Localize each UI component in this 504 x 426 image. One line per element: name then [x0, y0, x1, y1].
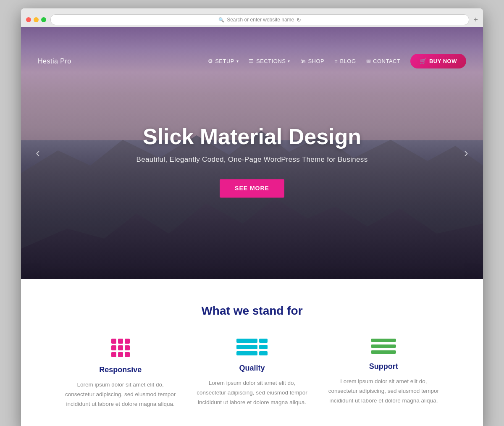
chevron-down-icon: ▾ — [236, 59, 239, 63]
feature-name-support: Support — [326, 362, 441, 371]
hero-subtitle: Beautiful, Elegantly Coded, One-Page Wor… — [67, 156, 437, 164]
feature-support: Support Lorem ipsum dolor sit amet elit … — [326, 339, 441, 409]
url-text: Search or enter website name — [227, 17, 294, 23]
feature-responsive: Responsive Lorem ipsum dolor sit amet el… — [63, 339, 178, 409]
lines-icon — [371, 339, 396, 354]
grid-icon — [111, 339, 130, 357]
features-section: What we stand for — [21, 279, 483, 426]
nav-label-contact: CONTACT — [373, 58, 400, 64]
nav-item-contact[interactable]: ✉ CONTACT — [366, 58, 401, 64]
address-bar[interactable]: 🔍 Search or enter website name ↻ — [50, 14, 469, 25]
nav-label-setup: SETUP — [215, 58, 234, 64]
nav-label-sections: SECTIONS — [256, 58, 286, 64]
nav-label-shop: SHOP — [308, 58, 324, 64]
new-tab-button[interactable]: + — [473, 16, 478, 24]
contact-icon: ✉ — [366, 58, 371, 64]
features-grid: Responsive Lorem ipsum dolor sit amet el… — [63, 339, 441, 409]
browser-dots — [26, 17, 46, 22]
maximize-dot[interactable] — [41, 17, 46, 22]
navbar: Hestia Pro ⚙ SETUP ▾ ☰ SECTIONS ▾ 🛍 SHOP — [21, 45, 483, 77]
hero-content: Slick Material Design Beautiful, Elegant… — [67, 125, 437, 197]
responsive-icon — [63, 339, 178, 357]
next-slide-button[interactable]: › — [458, 145, 475, 161]
nav-item-shop[interactable]: 🛍 SHOP — [300, 58, 324, 64]
feature-quality: Quality Lorem ipsum dolor sit amet elit … — [194, 339, 309, 409]
website-content: Hestia Pro ⚙ SETUP ▾ ☰ SECTIONS ▾ 🛍 SHOP — [21, 27, 483, 426]
table-icon — [236, 339, 268, 355]
cart-icon: 🛒 — [420, 58, 427, 64]
brand-logo[interactable]: Hestia Pro — [38, 58, 71, 65]
chevron-down-icon-2: ▾ — [288, 59, 290, 63]
feature-desc-responsive: Lorem ipsum dolor sit amet elit do, cons… — [63, 380, 178, 409]
nav-item-blog[interactable]: ≡ BLOG — [334, 58, 356, 64]
feature-desc-quality: Lorem ipsum dolor sit amet elit do, cons… — [194, 379, 309, 408]
nav-label-blog: BLOG — [340, 58, 356, 64]
buy-now-label: BUY NOW — [429, 58, 457, 64]
buy-now-button[interactable]: 🛒 BUY NOW — [410, 54, 466, 68]
nav-item-sections[interactable]: ☰ SECTIONS ▾ — [249, 58, 290, 64]
features-title: What we stand for — [38, 304, 466, 318]
browser-window: 🔍 Search or enter website name ↻ + Hesti… — [21, 8, 483, 426]
setup-icon: ⚙ — [208, 58, 213, 64]
sections-icon: ☰ — [249, 58, 254, 64]
browser-chrome: 🔍 Search or enter website name ↻ + — [21, 8, 483, 27]
see-more-button[interactable]: SEE MORE — [220, 179, 284, 198]
shop-icon: 🛍 — [300, 58, 306, 64]
minimize-dot[interactable] — [34, 17, 39, 22]
quality-icon — [194, 339, 309, 355]
support-icon — [326, 339, 441, 354]
nav-item-setup[interactable]: ⚙ SETUP ▾ — [208, 58, 239, 64]
hero-title: Slick Material Design — [67, 125, 437, 149]
nav-links: ⚙ SETUP ▾ ☰ SECTIONS ▾ 🛍 SHOP ≡ BLOG — [208, 54, 466, 68]
search-icon: 🔍 — [218, 17, 224, 23]
blog-icon: ≡ — [334, 58, 338, 64]
feature-desc-support: Lorem ipsum dolor sit amet elit do, cons… — [326, 377, 441, 406]
feature-name-quality: Quality — [194, 364, 309, 373]
feature-name-responsive: Responsive — [63, 366, 178, 374]
close-dot[interactable] — [26, 17, 31, 22]
refresh-icon[interactable]: ↻ — [297, 17, 301, 23]
prev-slide-button[interactable]: ‹ — [29, 145, 46, 161]
